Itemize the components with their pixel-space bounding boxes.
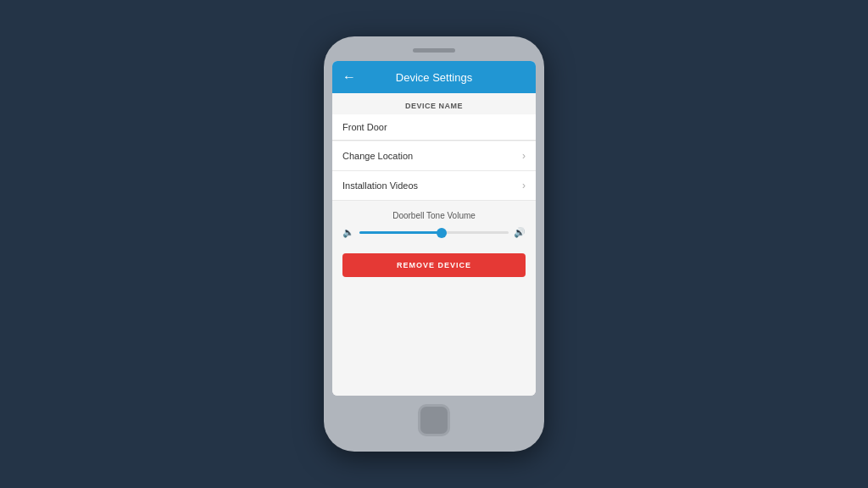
device-name-value: Front Door <box>332 114 536 141</box>
volume-slider-fill <box>359 231 442 234</box>
remove-device-button[interactable]: REMOVE DEVICE <box>342 253 526 277</box>
screen-header: ← Device Settings <box>332 61 536 93</box>
volume-low-icon: 🔈 <box>342 227 354 238</box>
volume-slider-track[interactable] <box>359 231 509 234</box>
volume-label: Doorbell Tone Volume <box>342 211 526 220</box>
screen-title: Device Settings <box>396 71 472 84</box>
volume-high-icon: 🔊 <box>514 227 526 238</box>
back-button[interactable]: ← <box>342 69 356 85</box>
phone-frame: ← Device Settings DEVICE NAME Front Door… <box>324 36 544 452</box>
chevron-right-icon: › <box>522 150 526 162</box>
chevron-right-icon: › <box>522 180 526 191</box>
screen-body: DEVICE NAME Front Door Change Location ›… <box>332 93 536 396</box>
installation-videos-label: Installation Videos <box>342 180 418 191</box>
phone-home-button[interactable] <box>418 404 450 436</box>
volume-control: 🔈 🔊 <box>342 227 526 238</box>
change-location-item[interactable]: Change Location › <box>332 141 536 171</box>
phone-speaker <box>413 48 455 53</box>
installation-videos-item[interactable]: Installation Videos › <box>332 171 536 201</box>
volume-slider-thumb[interactable] <box>437 228 447 238</box>
change-location-label: Change Location <box>342 151 413 161</box>
device-name-label: DEVICE NAME <box>332 93 536 114</box>
phone-screen: ← Device Settings DEVICE NAME Front Door… <box>332 61 536 396</box>
volume-section: Doorbell Tone Volume 🔈 🔊 <box>332 201 536 245</box>
